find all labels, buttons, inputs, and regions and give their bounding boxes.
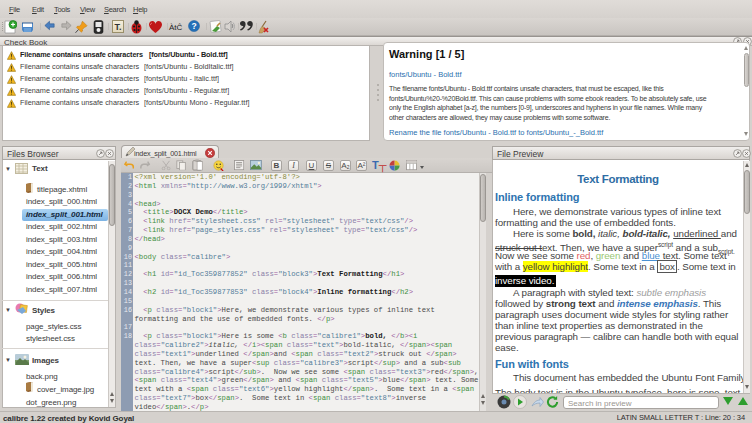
svg-text:?: ? <box>191 21 196 31</box>
